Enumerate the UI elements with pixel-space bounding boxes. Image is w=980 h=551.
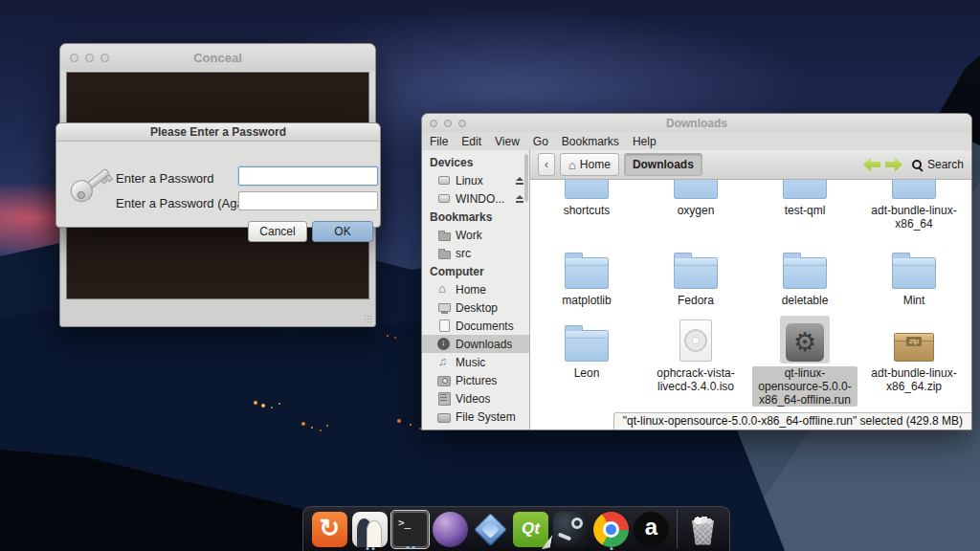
toolbar: ‹ ⌂ Home Downloads Search	[530, 150, 971, 180]
sidebar-item-pictures[interactable]: Pictures	[422, 371, 529, 389]
file-item-ophcrack-vista-livecd-3-4-0-iso[interactable]: ophcrack-vista-livecd-3.4.0.iso	[641, 316, 750, 407]
menu-go[interactable]: Go	[533, 135, 548, 148]
search-button[interactable]: Search	[911, 158, 964, 171]
menu-edit[interactable]: Edit	[461, 135, 481, 148]
dock-item-virtualbox[interactable]	[471, 510, 510, 549]
folder-file-icon	[565, 330, 609, 362]
password-again-input[interactable]	[238, 191, 378, 210]
file-item-adt-bundle-linux-x86-64[interactable]: adt-bundle-linux-x86_64	[859, 180, 969, 231]
forward-arrow-icon[interactable]	[885, 158, 902, 172]
sidebar-item-src[interactable]: src	[422, 244, 529, 262]
sidebar-item-documents[interactable]: Documents	[422, 317, 529, 335]
city-lights	[0, 0, 2, 2]
sidebar-item-file-system[interactable]: File System	[422, 408, 529, 426]
menu-file[interactable]: File	[430, 135, 448, 148]
dock-item-trash[interactable]	[683, 510, 723, 549]
file-label: ophcrack-vista-livecd-3.4.0.iso	[646, 366, 746, 393]
sidebar-header-devices: Devices	[422, 153, 529, 171]
file-row: matplotlibFedoradeletableMint	[530, 243, 971, 307]
sidebar-item-windo[interactable]: WINDO...	[422, 189, 529, 208]
password-dialog-title[interactable]: Please Enter a Password	[56, 123, 380, 142]
sidebar-item-videos[interactable]: Videos	[422, 389, 529, 408]
drive-icon	[437, 192, 451, 205]
eject-icon[interactable]	[516, 177, 524, 185]
downloads-breadcrumb-button[interactable]: Downloads	[624, 153, 702, 176]
file-item-adt-bundle-linux-x86-64-zip[interactable]: adt-bundle-linux-x86_64.zip	[859, 316, 969, 407]
running-indicator-dots	[366, 547, 374, 550]
ok-button[interactable]: OK	[312, 221, 373, 242]
sidebar-item-label: Work	[456, 229, 482, 242]
sidebar-item-linux[interactable]: Linux	[422, 171, 529, 189]
file-item-deletable[interactable]: deletable	[750, 243, 859, 307]
dock-item-eclipse[interactable]	[431, 510, 470, 549]
file-item-fedora[interactable]: Fedora	[641, 243, 750, 307]
software-updater-icon	[312, 512, 347, 547]
file-item-test-qml[interactable]: test-qml	[750, 180, 859, 231]
eclipse-icon	[433, 512, 468, 547]
user-accounts-icon	[352, 512, 388, 547]
file-item-shortcuts[interactable]: shortcuts	[532, 180, 641, 231]
dock-divider	[677, 510, 678, 548]
back-arrow-icon[interactable]	[863, 158, 880, 172]
sidebar-item-label: Desktop	[456, 301, 498, 315]
file-item-leon[interactable]: Leon	[532, 316, 641, 407]
folder-file-icon	[783, 257, 827, 289]
menu-help[interactable]: Help	[633, 135, 657, 148]
sidebar-item-work[interactable]: Work	[422, 226, 529, 244]
chrome-icon	[593, 512, 629, 547]
file-label: shortcuts	[564, 204, 611, 217]
amazon-icon	[634, 512, 669, 547]
sidebar-item-label: File System	[456, 410, 516, 424]
file-item-oxygen[interactable]: oxygen	[641, 180, 750, 231]
file-item-qt-linux-opensource-5-0-0-x86-64-offline-run[interactable]: qt-linux-opensource-5.0.0-x86_64-offline…	[750, 316, 859, 407]
sidebar-scrollbar[interactable]	[524, 154, 528, 202]
password-label: Enter a Password	[116, 171, 214, 186]
dock-item-amazon[interactable]	[632, 510, 671, 549]
password-dialog: Please Enter a Password Enter a Password…	[56, 122, 381, 228]
virtualbox-icon	[473, 512, 508, 547]
trash-icon	[685, 512, 721, 547]
file-label: oxygen	[678, 204, 715, 217]
dock-item-software-updater[interactable]	[310, 510, 349, 549]
sidebar-item-label: Pictures	[456, 374, 497, 387]
sidebar-item-downloads[interactable]: Downloads	[422, 335, 529, 353]
sidebar-item-label: src	[456, 247, 471, 260]
password-input[interactable]	[238, 166, 378, 186]
folder-icon	[437, 247, 451, 259]
file-item-matplotlib[interactable]: matplotlib	[532, 243, 641, 307]
sidebar-item-music[interactable]: Music	[422, 353, 529, 371]
resize-grip[interactable]	[364, 315, 372, 323]
file-manager-titlebar[interactable]: Downloads	[422, 114, 971, 132]
cancel-button[interactable]: Cancel	[248, 221, 307, 242]
home-breadcrumb-button[interactable]: ⌂ Home	[560, 153, 619, 176]
key-icon	[64, 159, 116, 210]
folder-file-icon	[674, 257, 718, 289]
file-row: shortcutsoxygentest-qmladt-bundle-linux-…	[530, 180, 971, 231]
collapse-path-button[interactable]: ‹	[538, 153, 555, 176]
home-icon: ⌂	[568, 158, 576, 172]
menu-bookmarks[interactable]: Bookmarks	[562, 135, 619, 148]
home-breadcrumb-label: Home	[580, 158, 611, 171]
sidebar-item-home[interactable]: Home	[422, 280, 529, 298]
eject-icon[interactable]	[516, 195, 524, 203]
folder-file-icon	[783, 180, 827, 199]
running-indicator-dots	[610, 547, 612, 550]
dock-item-terminal[interactable]	[390, 510, 430, 549]
file-label: adt-bundle-linux-x86_64	[864, 204, 964, 231]
folder-file-icon	[892, 257, 936, 289]
music-icon	[437, 356, 451, 368]
menu-view[interactable]: View	[495, 135, 520, 148]
conceal-titlebar[interactable]: Conceal	[60, 44, 375, 71]
sidebar-item-label: Music	[456, 356, 485, 369]
dock-item-user-accounts[interactable]	[350, 510, 390, 549]
sidebar-item-label: Linux	[456, 174, 483, 187]
drive-icon	[437, 174, 451, 187]
dock-item-chrome[interactable]	[591, 510, 631, 549]
file-label: Fedora	[678, 294, 714, 307]
dock-item-qt-creator[interactable]	[511, 510, 550, 549]
file-grid: shortcutsoxygentest-qmladt-bundle-linux-…	[530, 180, 971, 430]
sidebar-item-desktop[interactable]: Desktop	[422, 298, 529, 317]
dock-item-steam[interactable]	[551, 510, 590, 549]
home-icon	[437, 283, 451, 296]
file-item-mint[interactable]: Mint	[859, 243, 969, 307]
